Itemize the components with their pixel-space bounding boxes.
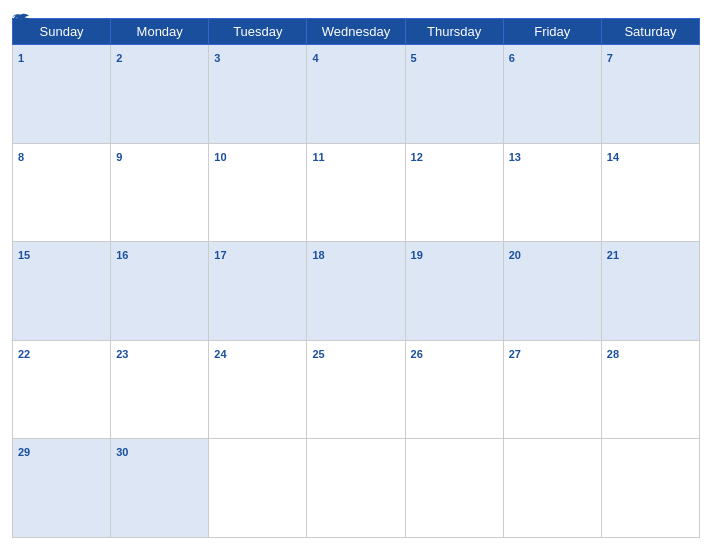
day-number: 21 bbox=[607, 249, 619, 261]
calendar-cell: 30 bbox=[111, 439, 209, 538]
calendar-cell bbox=[209, 439, 307, 538]
calendar-cell: 5 bbox=[405, 45, 503, 144]
day-number: 8 bbox=[18, 151, 24, 163]
calendar-cell: 26 bbox=[405, 340, 503, 439]
calendar-cell: 13 bbox=[503, 143, 601, 242]
day-number: 16 bbox=[116, 249, 128, 261]
calendar-cell bbox=[307, 439, 405, 538]
logo-blue-text bbox=[12, 12, 32, 28]
calendar-week-row: 22232425262728 bbox=[13, 340, 700, 439]
day-number: 4 bbox=[312, 52, 318, 64]
day-number: 23 bbox=[116, 348, 128, 360]
day-number: 18 bbox=[312, 249, 324, 261]
calendar-cell: 12 bbox=[405, 143, 503, 242]
calendar-wrapper: Sunday Monday Tuesday Wednesday Thursday… bbox=[0, 0, 712, 550]
day-number: 13 bbox=[509, 151, 521, 163]
calendar-cell: 4 bbox=[307, 45, 405, 144]
calendar-cell: 23 bbox=[111, 340, 209, 439]
day-number: 15 bbox=[18, 249, 30, 261]
day-number: 10 bbox=[214, 151, 226, 163]
logo bbox=[12, 12, 32, 28]
calendar-table: Sunday Monday Tuesday Wednesday Thursday… bbox=[12, 18, 700, 538]
calendar-cell: 27 bbox=[503, 340, 601, 439]
day-number: 17 bbox=[214, 249, 226, 261]
calendar-cell: 9 bbox=[111, 143, 209, 242]
day-number: 30 bbox=[116, 446, 128, 458]
calendar-week-row: 15161718192021 bbox=[13, 242, 700, 341]
day-number: 9 bbox=[116, 151, 122, 163]
calendar-week-row: 2930 bbox=[13, 439, 700, 538]
day-number: 28 bbox=[607, 348, 619, 360]
calendar-cell: 3 bbox=[209, 45, 307, 144]
calendar-cell bbox=[503, 439, 601, 538]
calendar-cell: 21 bbox=[601, 242, 699, 341]
logo-bird-icon bbox=[12, 12, 30, 28]
day-number: 27 bbox=[509, 348, 521, 360]
calendar-cell: 11 bbox=[307, 143, 405, 242]
day-number: 22 bbox=[18, 348, 30, 360]
day-number: 11 bbox=[312, 151, 324, 163]
day-number: 14 bbox=[607, 151, 619, 163]
calendar-cell: 15 bbox=[13, 242, 111, 341]
day-number: 5 bbox=[411, 52, 417, 64]
day-number: 26 bbox=[411, 348, 423, 360]
day-number: 3 bbox=[214, 52, 220, 64]
calendar-cell: 14 bbox=[601, 143, 699, 242]
calendar-cell: 16 bbox=[111, 242, 209, 341]
calendar-cell: 18 bbox=[307, 242, 405, 341]
day-number: 1 bbox=[18, 52, 24, 64]
calendar-week-row: 1234567 bbox=[13, 45, 700, 144]
day-number: 19 bbox=[411, 249, 423, 261]
day-number: 25 bbox=[312, 348, 324, 360]
calendar-cell: 29 bbox=[13, 439, 111, 538]
header-wednesday: Wednesday bbox=[307, 19, 405, 45]
calendar-cell: 17 bbox=[209, 242, 307, 341]
day-number: 20 bbox=[509, 249, 521, 261]
calendar-cell bbox=[405, 439, 503, 538]
header-thursday: Thursday bbox=[405, 19, 503, 45]
calendar-cell bbox=[601, 439, 699, 538]
day-number: 7 bbox=[607, 52, 613, 64]
calendar-cell: 25 bbox=[307, 340, 405, 439]
calendar-cell: 10 bbox=[209, 143, 307, 242]
calendar-cell: 24 bbox=[209, 340, 307, 439]
day-number: 29 bbox=[18, 446, 30, 458]
day-number: 12 bbox=[411, 151, 423, 163]
calendar-week-row: 891011121314 bbox=[13, 143, 700, 242]
calendar-cell: 6 bbox=[503, 45, 601, 144]
header-saturday: Saturday bbox=[601, 19, 699, 45]
calendar-cell: 2 bbox=[111, 45, 209, 144]
day-number: 2 bbox=[116, 52, 122, 64]
header-friday: Friday bbox=[503, 19, 601, 45]
header-tuesday: Tuesday bbox=[209, 19, 307, 45]
day-number: 24 bbox=[214, 348, 226, 360]
calendar-cell: 19 bbox=[405, 242, 503, 341]
calendar-cell: 22 bbox=[13, 340, 111, 439]
calendar-cell: 28 bbox=[601, 340, 699, 439]
calendar-cell: 8 bbox=[13, 143, 111, 242]
header-monday: Monday bbox=[111, 19, 209, 45]
calendar-cell: 7 bbox=[601, 45, 699, 144]
calendar-cell: 1 bbox=[13, 45, 111, 144]
calendar-cell: 20 bbox=[503, 242, 601, 341]
day-number: 6 bbox=[509, 52, 515, 64]
weekday-header-row: Sunday Monday Tuesday Wednesday Thursday… bbox=[13, 19, 700, 45]
